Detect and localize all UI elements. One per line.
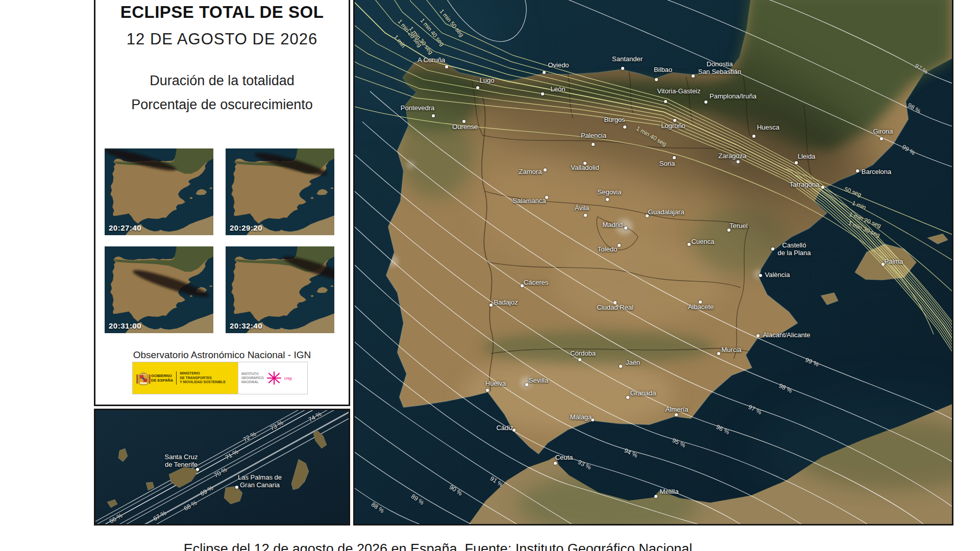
gobierno-logo: GOBIERNO DE ESPAÑA MINISTERIO DE TRANSPO… [133, 362, 238, 394]
eclipse-date: 12 DE AGOSTO DE 2026 [95, 30, 349, 48]
logo-banner: GOBIERNO DE ESPAÑA MINISTERIO DE TRANSPO… [132, 362, 308, 394]
snapshot-time: 20:32:40 [230, 321, 262, 330]
eclipse-snapshot: 20:27:40 [105, 148, 213, 235]
ministerio-text: MINISTERIO DE TRANSPORTES Y MOVILIDAD SO… [176, 371, 226, 384]
snapshot-map [105, 148, 213, 235]
snapshot-time: 20:29:20 [230, 223, 262, 232]
instituto-text: INSTITUTO GEOGRÁFICO NACIONAL [241, 372, 264, 384]
eclipse-snapshot: 20:31:00 [105, 246, 213, 333]
canary-map [95, 410, 349, 524]
subtitle-obscuration: Porcentaje de oscurecimiento [95, 97, 349, 113]
figure-caption: Eclipse del 12 de agosto de 2026 en Espa… [184, 541, 693, 551]
credit-text: Observatorio Astronómico Nacional - IGN [95, 349, 349, 361]
snapshot-map [226, 246, 334, 333]
ign-starburst-icon [266, 370, 282, 386]
snapshot-time: 20:27:40 [109, 223, 141, 232]
cnig-mark: cnig [284, 376, 292, 381]
info-panel: ECLIPSE TOTAL DE SOL 12 DE AGOSTO DE 202… [94, 0, 350, 406]
iberia-map [355, 0, 952, 524]
eclipse-map-page: { "info_panel": { "title": "ECLIPSE TOTA… [0, 0, 980, 551]
snapshot-map [105, 246, 213, 333]
eclipse-snapshot: 20:29:20 [226, 148, 334, 235]
spain-coat-of-arms-icon [136, 369, 151, 387]
main-map-panel: A CoruñaLugoOviedoSantanderBilbaoDonosti… [353, 0, 953, 525]
snapshot-grid: 20:27:40 20:29:20 20:31:00 20:32:40 [105, 148, 334, 333]
canary-islands-panel: Santa Cruz de TenerifeLas Palmas de Gran… [94, 409, 350, 525]
snapshot-time: 20:31:00 [109, 321, 141, 330]
gobierno-text: GOBIERNO DE ESPAÑA [151, 373, 173, 383]
ign-logo: INSTITUTO GEOGRÁFICO NACIONAL cnig [238, 362, 307, 394]
snapshot-map [226, 148, 334, 235]
panel-title: ECLIPSE TOTAL DE SOL [95, 3, 349, 22]
eclipse-snapshot: 20:32:40 [226, 246, 334, 333]
subtitle-duration: Duración de la totalidad [95, 73, 349, 89]
